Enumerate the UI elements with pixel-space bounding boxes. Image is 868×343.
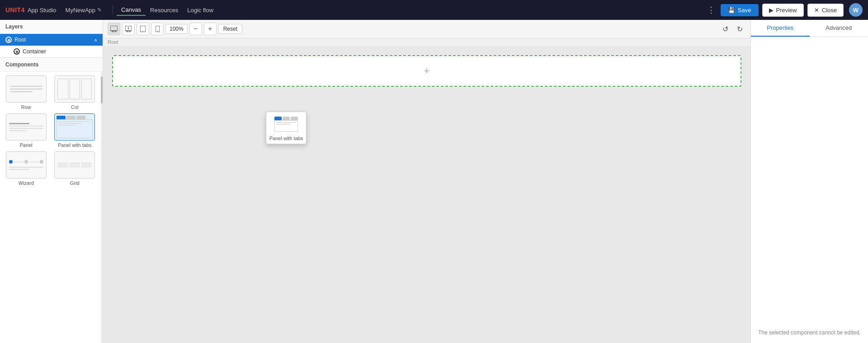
- nav-resources-link[interactable]: Resources: [146, 5, 183, 15]
- layer-container-label: Container: [23, 48, 46, 55]
- layer-container-icon: ◉: [14, 48, 20, 55]
- tab-advanced[interactable]: Advanced: [810, 20, 868, 37]
- component-col-thumb: [54, 75, 95, 103]
- nav-divider: [113, 5, 113, 14]
- canvas-content[interactable]: + Panel wi: [103, 46, 750, 343]
- nav-canvas-link[interactable]: Canvas: [117, 5, 146, 16]
- nav-logicflow-link[interactable]: Logic flow: [183, 5, 218, 15]
- layer-container[interactable]: ◉ Container: [0, 46, 103, 57]
- zoom-out-icon: −: [193, 25, 198, 33]
- component-col[interactable]: Col: [52, 75, 98, 110]
- preview-label: Preview: [776, 7, 797, 14]
- zoom-in-button[interactable]: +: [204, 23, 217, 35]
- component-row-label: Row: [21, 104, 31, 110]
- svg-point-12: [157, 31, 158, 32]
- preview-icon: ▶: [769, 7, 774, 14]
- save-icon: 💾: [728, 7, 735, 14]
- close-icon: ✕: [814, 7, 819, 14]
- component-row-thumb: [6, 75, 47, 103]
- component-wizard-label: Wizard: [19, 180, 34, 186]
- undo-button[interactable]: ↺: [719, 23, 731, 35]
- logo-text: UNIT4: [5, 6, 25, 14]
- undo-icon: ↺: [722, 25, 728, 33]
- drag-ghost-thumb: [273, 115, 300, 134]
- component-grid-thumb: [54, 151, 95, 179]
- tablet-view-button[interactable]: [137, 23, 149, 35]
- component-panel-with-tabs[interactable]: Panel with tabs: [52, 113, 98, 148]
- svg-rect-0: [110, 26, 118, 31]
- layer-root-label: Root: [14, 37, 26, 43]
- components-header: Components: [0, 58, 103, 72]
- preview-button[interactable]: ▶ Preview: [762, 4, 804, 17]
- top-navigation: UNIT4 App Studio MyNewApp ✎ Canvas Resou…: [0, 0, 868, 20]
- layers-header: Layers: [0, 20, 103, 34]
- close-button[interactable]: ✕ Close: [807, 4, 844, 17]
- properties-content: The selected component cannot be edited.: [751, 37, 868, 343]
- svg-point-10: [142, 31, 143, 32]
- canvas-dropzone[interactable]: +: [112, 55, 741, 87]
- save-button[interactable]: 💾 Save: [721, 4, 759, 16]
- redo-button[interactable]: ↻: [733, 23, 746, 35]
- drag-ghost-overlay: Panel with tabs: [266, 112, 307, 144]
- component-panel-with-tabs-label: Panel with tabs: [58, 142, 92, 148]
- component-wizard-thumb: [6, 151, 47, 179]
- component-grid-label: Grid: [70, 180, 80, 186]
- more-options-icon[interactable]: ⋮: [707, 5, 715, 15]
- tab-properties[interactable]: Properties: [751, 20, 810, 37]
- zoom-in-icon: +: [208, 25, 212, 33]
- app-name-label: MyNewApp: [66, 7, 95, 14]
- desktop-view-button[interactable]: [108, 23, 120, 35]
- logo-area: UNIT4 App Studio: [5, 6, 57, 14]
- no-edit-message: The selected component cannot be edited.: [758, 329, 861, 336]
- close-label: Close: [822, 7, 837, 14]
- components-section: Components Row: [0, 57, 103, 343]
- main-layout: Layers ◉ Root ∧ ◉ Container Components: [0, 20, 868, 343]
- desktop-icon: [110, 26, 118, 32]
- component-panel-with-tabs-thumb: [54, 113, 95, 141]
- canvas-toolbar: 100% − + Reset ↺ ↻: [103, 20, 750, 38]
- add-component-icon[interactable]: +: [424, 65, 430, 77]
- drag-ghost: Panel with tabs: [266, 112, 307, 144]
- mobile-icon: [156, 26, 160, 32]
- components-scrollbar[interactable]: [101, 72, 103, 343]
- right-panel: Properties Advanced The selected compone…: [750, 20, 868, 343]
- edit-app-name-icon[interactable]: ✎: [97, 7, 102, 13]
- redo-icon: ↻: [737, 25, 743, 33]
- breadcrumb: Root: [103, 38, 750, 46]
- zoom-level: 100%: [165, 24, 188, 34]
- layer-root[interactable]: ◉ Root ∧: [0, 34, 103, 46]
- tablet-icon: [140, 26, 146, 32]
- component-row[interactable]: Row: [4, 75, 49, 110]
- canvas-area: 100% − + Reset ↺ ↻ Root +: [103, 20, 750, 343]
- breakpoint-view-button[interactable]: [122, 23, 135, 35]
- layer-root-icon: ◉: [5, 37, 12, 43]
- left-panel: Layers ◉ Root ∧ ◉ Container Components: [0, 20, 103, 343]
- app-studio-label: App Studio: [28, 7, 57, 14]
- mobile-view-button[interactable]: [151, 23, 164, 35]
- breakpoint-icon: [125, 26, 132, 32]
- layer-root-chevron: ∧: [94, 38, 97, 42]
- save-label: Save: [738, 7, 751, 14]
- component-panel-thumb: [6, 113, 47, 141]
- zoom-out-button[interactable]: −: [189, 23, 202, 35]
- component-panel-label: Panel: [20, 142, 33, 148]
- properties-tabs: Properties Advanced: [751, 20, 868, 37]
- components-grid-wrapper: Row Col: [0, 72, 103, 343]
- component-col-label: Col: [71, 104, 79, 110]
- reset-button[interactable]: Reset: [218, 24, 242, 34]
- component-wizard[interactable]: Wizard: [4, 151, 49, 186]
- component-grid[interactable]: Grid: [52, 151, 98, 186]
- components-scroll-thumb: [101, 76, 103, 103]
- drag-ghost-label: Panel with tabs: [269, 136, 303, 141]
- component-panel[interactable]: Panel: [4, 113, 49, 148]
- avatar[interactable]: W: [849, 3, 863, 17]
- components-grid: Row Col: [4, 75, 99, 186]
